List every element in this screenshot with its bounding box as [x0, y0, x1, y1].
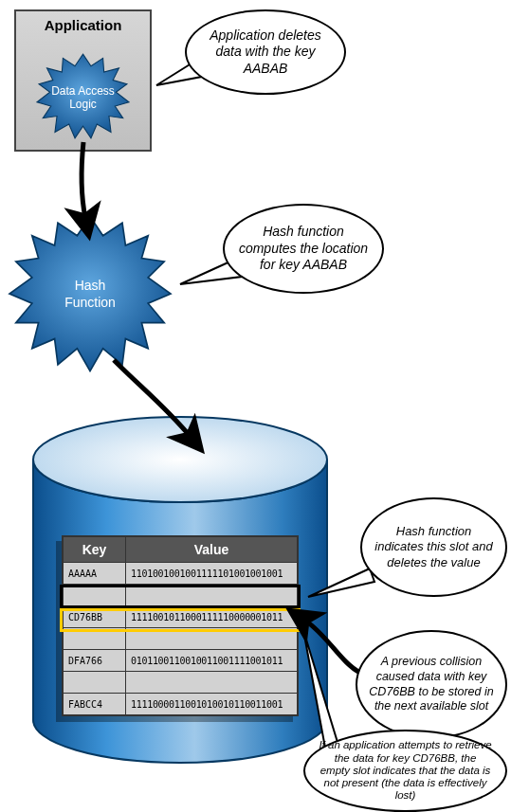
hash-function-label-2: Function [64, 295, 116, 310]
callout-lost-data: If an application attempts to retrieve t… [303, 730, 507, 812]
cell-value: 0101100110010011001111001011 [126, 650, 299, 672]
cell-value [126, 672, 299, 694]
table-header-row: Key Value [63, 536, 298, 563]
cell-key [63, 628, 126, 650]
callout-hash-computes: Hash function computes the location for … [223, 204, 384, 294]
table-row: AAAAA 1101001001001111101001001001 [63, 563, 298, 585]
data-access-logic-burst: Data Access Logic [28, 52, 137, 142]
cell-key [63, 585, 126, 606]
svg-point-2 [33, 417, 327, 502]
table-row: FABCC4 1111000011001010010110011001 [63, 694, 298, 716]
cell-value: 1111001011000111110000001011 [126, 606, 299, 628]
data-access-logic-label-2: Logic [69, 98, 97, 111]
hash-function-label-1: Hash [75, 278, 106, 293]
callout-slot-deleted: Hash function indicates this slot and de… [360, 497, 507, 597]
table-row [63, 628, 298, 650]
application-title: Application [16, 17, 150, 33]
cell-value: 1111000011001010010110011001 [126, 694, 299, 716]
table-row-collision: CD76BB 1111001011000111110000001011 [63, 606, 298, 628]
cell-key: DFA766 [63, 650, 126, 672]
cell-value: 1101001001001111101001001001 [126, 563, 299, 585]
table-header-key: Key [63, 536, 126, 563]
hash-table: Key Value AAAAA 110100100100111110100100… [62, 535, 299, 716]
data-access-logic-label-1: Data Access [51, 84, 115, 98]
table-header-value: Value [126, 536, 299, 563]
callout-app-deletes: Application deletes data with the key AA… [185, 9, 346, 95]
table-row-deleted [63, 585, 298, 606]
cell-key: FABCC4 [63, 694, 126, 716]
callout-collision: A previous collision caused data with ke… [356, 630, 507, 739]
cell-key: AAAAA [63, 563, 126, 585]
cell-value [126, 585, 299, 606]
table-row [63, 672, 298, 694]
cell-value [126, 628, 299, 650]
hash-function-burst: Hash Function [5, 213, 175, 374]
cell-key: CD76BB [63, 606, 126, 628]
table-row: DFA766 0101100110010011001111001011 [63, 650, 298, 672]
cell-key [63, 672, 126, 694]
